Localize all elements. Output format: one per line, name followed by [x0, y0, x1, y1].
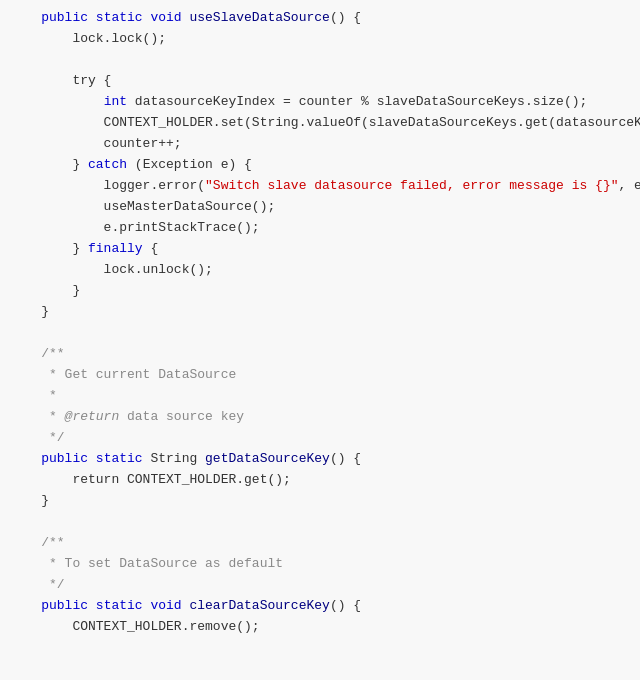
code-line-16 — [0, 323, 640, 344]
code-line-15: } — [0, 302, 640, 323]
code-line-13: lock.unlock(); — [0, 260, 640, 281]
code-line-21: */ — [0, 428, 640, 449]
code-line-27: * To set DataSource as default — [0, 554, 640, 575]
code-line-10: useMasterDataSource(); — [0, 197, 640, 218]
code-line-2: lock.lock(); — [0, 29, 640, 50]
code-line-19: * — [0, 386, 640, 407]
code-viewer: public static void useSlaveDataSource() … — [0, 0, 640, 646]
code-line-23: return CONTEXT_HOLDER.get(); — [0, 470, 640, 491]
code-line-7: counter++; — [0, 134, 640, 155]
code-line-22: public static String getDataSourceKey() … — [0, 449, 640, 470]
code-line-30: CONTEXT_HOLDER.remove(); — [0, 617, 640, 638]
code-line-25 — [0, 512, 640, 533]
code-line-9: logger.error("Switch slave datasource fa… — [0, 176, 640, 197]
code-line-12: } finally { — [0, 239, 640, 260]
code-line-14: } — [0, 281, 640, 302]
code-line-8: } catch (Exception e) { — [0, 155, 640, 176]
code-line-1: public static void useSlaveDataSource() … — [0, 8, 640, 29]
code-line-6: CONTEXT_HOLDER.set(String.valueOf(slaveD… — [0, 113, 640, 134]
code-line-17: /** — [0, 344, 640, 365]
code-line-20: * @return data source key — [0, 407, 640, 428]
code-line-29: public static void clearDataSourceKey() … — [0, 596, 640, 617]
code-line-5: int datasourceKeyIndex = counter % slave… — [0, 92, 640, 113]
code-line-24: } — [0, 491, 640, 512]
code-line-18: * Get current DataSource — [0, 365, 640, 386]
code-line-11: e.printStackTrace(); — [0, 218, 640, 239]
code-line-26: /** — [0, 533, 640, 554]
code-line-4: try { — [0, 71, 640, 92]
code-line-3 — [0, 50, 640, 71]
code-line-28: */ — [0, 575, 640, 596]
